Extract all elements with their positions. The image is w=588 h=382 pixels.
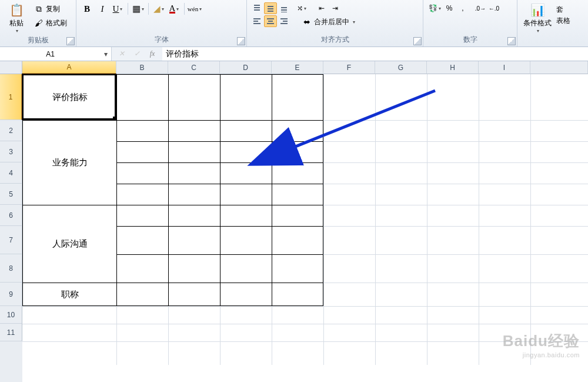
cell-D5[interactable]	[220, 184, 272, 205]
column-header-H[interactable]: H	[427, 61, 479, 74]
cell-D1[interactable]	[220, 74, 272, 120]
italic-button[interactable]: I	[95, 2, 109, 15]
orientation-button[interactable]: ⤭▾	[295, 2, 308, 14]
underline-button[interactable]: U▾	[111, 2, 125, 15]
cell-D2[interactable]	[220, 120, 272, 141]
cell-B7[interactable]	[116, 226, 168, 254]
cell-B2[interactable]	[116, 120, 168, 141]
row-header-4[interactable]: 4	[0, 162, 22, 184]
cell-C1[interactable]	[168, 74, 220, 120]
cell-B5[interactable]	[116, 184, 168, 205]
cell-E3[interactable]	[272, 141, 323, 162]
cell-C4[interactable]	[168, 162, 220, 184]
cell-A6-A8[interactable]: 人际沟通	[22, 205, 116, 283]
cell-B9[interactable]	[116, 283, 168, 306]
cell-E8[interactable]	[272, 254, 323, 283]
borders-button[interactable]: ▦▾	[131, 2, 145, 15]
cell-E5[interactable]	[272, 184, 323, 205]
row-header-11[interactable]: 11	[0, 324, 22, 341]
cell-C6[interactable]	[168, 205, 220, 226]
copy-button[interactable]: ⧉ 复制	[32, 2, 69, 15]
cell-B8[interactable]	[116, 254, 168, 283]
decrease-decimal-button[interactable]: ←.0	[487, 2, 500, 14]
column-header-F[interactable]: F	[323, 61, 375, 74]
percent-button[interactable]: %	[443, 2, 456, 14]
font-color-button[interactable]: A▾	[167, 2, 181, 15]
border-icon: ▦	[132, 4, 141, 14]
cell-B3[interactable]	[116, 141, 168, 162]
decrease-indent-button[interactable]: ⇤	[315, 2, 328, 14]
number-format-button[interactable]: 💱▾	[427, 2, 442, 14]
align-top-button[interactable]	[250, 2, 263, 14]
cell-C5[interactable]	[168, 184, 220, 205]
cell-C7[interactable]	[168, 226, 220, 254]
cell-D8[interactable]	[220, 254, 272, 283]
row-header-9[interactable]: 9	[0, 283, 22, 306]
cell-D9[interactable]	[220, 283, 272, 306]
row-header-6[interactable]: 6	[0, 205, 22, 226]
row-header-7[interactable]: 7	[0, 226, 22, 254]
align-right-button[interactable]	[278, 15, 290, 27]
row-header-2[interactable]: 2	[0, 120, 22, 141]
row-header-10[interactable]: 10	[0, 306, 22, 324]
column-header-I[interactable]: I	[479, 61, 530, 74]
column-header-G[interactable]: G	[375, 61, 427, 74]
align-middle-button[interactable]	[264, 2, 277, 14]
cell-A9[interactable]: 职称	[22, 283, 116, 306]
cell-E2[interactable]	[272, 120, 323, 141]
name-box[interactable]: A1 ▾	[0, 47, 112, 61]
cancel-formula-button[interactable]: ✕	[116, 49, 127, 58]
increase-decimal-button[interactable]: .0→	[474, 2, 487, 14]
cell-D3[interactable]	[220, 141, 272, 162]
cell-B1[interactable]	[116, 74, 168, 120]
column-header-D[interactable]: D	[220, 61, 272, 74]
fx-button[interactable]: fx	[147, 49, 158, 58]
enter-formula-button[interactable]: ✓	[132, 49, 142, 58]
cell-C8[interactable]	[168, 254, 220, 283]
column-header-A[interactable]: A	[22, 61, 116, 74]
bold-button[interactable]: B	[80, 2, 94, 15]
cell-A2-A5[interactable]: 业务能力	[22, 120, 116, 205]
row-header-1[interactable]: 1	[0, 74, 22, 120]
font-launcher[interactable]	[237, 37, 245, 45]
row-header-3[interactable]: 3	[0, 141, 22, 162]
cell-E4[interactable]	[272, 162, 323, 184]
conditional-format-button[interactable]: 📊 条件格式 ▾	[521, 2, 554, 34]
number-launcher[interactable]	[507, 37, 516, 45]
chevron-down-icon[interactable]: ▾	[101, 50, 111, 58]
align-center-button[interactable]	[264, 15, 277, 27]
cell-C3[interactable]	[168, 141, 220, 162]
cell-C2[interactable]	[168, 120, 220, 141]
cell-E7[interactable]	[272, 226, 323, 254]
spreadsheet-grid: ABCDEFGHI 1234567891011 评价指标业务能力人际沟通职称 B…	[0, 61, 588, 382]
formula-input[interactable]	[162, 47, 588, 61]
alignment-launcher[interactable]	[413, 37, 422, 45]
row-header-5[interactable]: 5	[0, 184, 22, 205]
cell-E1[interactable]	[272, 74, 323, 120]
select-all-corner[interactable]	[0, 61, 22, 74]
cell-E6[interactable]	[272, 205, 323, 226]
column-header-B[interactable]: B	[116, 61, 168, 74]
clipboard-launcher[interactable]	[66, 37, 75, 45]
cell-B4[interactable]	[116, 162, 168, 184]
cell-E9[interactable]	[272, 283, 323, 306]
cell-A1[interactable]: 评价指标	[22, 74, 116, 120]
format-painter-button[interactable]: 🖌 格式刷	[32, 16, 69, 29]
comma-button[interactable]: ,	[456, 2, 469, 14]
column-header-C[interactable]: C	[168, 61, 220, 74]
fill-color-button[interactable]: ◢▾	[152, 2, 166, 15]
merge-center-button[interactable]: ⬌ 合并后居中 ▾	[300, 15, 358, 28]
row-header-8[interactable]: 8	[0, 254, 22, 283]
align-left-button[interactable]	[250, 15, 263, 27]
cell-D4[interactable]	[220, 162, 272, 184]
phonetic-button[interactable]: wén▾	[188, 2, 202, 15]
cell-D6[interactable]	[220, 205, 272, 226]
cell-D7[interactable]	[220, 226, 272, 254]
cell-B6[interactable]	[116, 205, 168, 226]
cell-C9[interactable]	[168, 283, 220, 306]
increase-indent-button[interactable]: ⇥	[329, 2, 342, 14]
column-header-E[interactable]: E	[272, 61, 323, 74]
cells-area[interactable]: 评价指标业务能力人际沟通职称	[22, 74, 588, 382]
paste-button[interactable]: 📋 粘贴 ▾	[4, 2, 29, 34]
align-bottom-button[interactable]	[278, 2, 290, 14]
